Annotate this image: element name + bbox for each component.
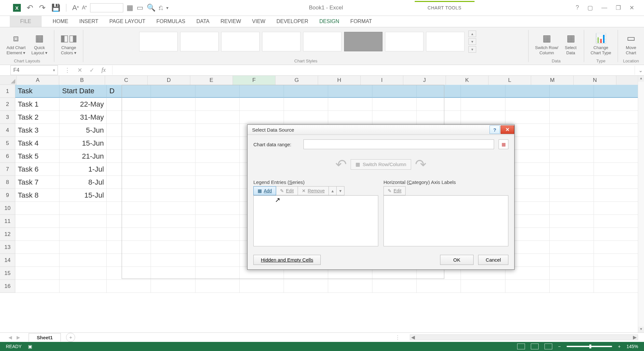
insert-tab[interactable]: INSERT <box>79 19 98 27</box>
page-layout-view-icon[interactable] <box>531 344 539 349</box>
zoom-level[interactable]: 145% <box>626 344 638 349</box>
hscroll-left-icon[interactable]: ◀ <box>410 334 416 340</box>
cell-N5[interactable] <box>594 137 638 150</box>
file-tab[interactable]: FILE <box>10 16 42 27</box>
cell-L3[interactable] <box>505 111 550 124</box>
cell-N16[interactable] <box>594 280 638 293</box>
qat-icon-1[interactable]: ▦ <box>127 4 133 11</box>
zoom-in-icon[interactable]: + <box>618 344 621 349</box>
column-header-B[interactable]: B <box>59 76 105 85</box>
chart-styles-gallery[interactable] <box>135 29 468 54</box>
cell-M12[interactable] <box>550 228 594 241</box>
cell-B7[interactable]: 1-Jul <box>60 163 107 176</box>
cell-M11[interactable] <box>550 215 594 228</box>
cell-K2[interactable] <box>461 98 505 111</box>
cell-M10[interactable] <box>550 202 594 215</box>
cell-N10[interactable] <box>594 202 638 215</box>
view-tab[interactable]: VIEW <box>252 19 265 27</box>
category-listbox[interactable] <box>383 195 508 246</box>
move-chart-button[interactable]: ▭ Move Chart <box>623 32 639 55</box>
dialog-help-button[interactable]: ? <box>490 125 500 134</box>
new-sheet-button[interactable]: ＋ <box>66 333 75 342</box>
row-header-15[interactable]: 15 <box>0 267 15 280</box>
cell-I16[interactable] <box>372 280 417 293</box>
cell-B6[interactable]: 21-Jun <box>60 150 107 163</box>
chart-style-2[interactable] <box>180 32 219 51</box>
cell-H16[interactable] <box>328 280 372 293</box>
developer-tab[interactable]: DEVELOPER <box>276 19 308 27</box>
cell-B14[interactable] <box>60 254 107 267</box>
cell-M3[interactable] <box>550 111 594 124</box>
cell-M1[interactable] <box>550 85 594 98</box>
cell-K3[interactable] <box>461 111 505 124</box>
fx-icon[interactable]: fx <box>101 67 106 74</box>
cell-A15[interactable] <box>15 267 60 280</box>
chart-style-1[interactable] <box>139 32 178 51</box>
cell-F16[interactable] <box>240 280 284 293</box>
vertical-scrollbar[interactable]: ▴ ▾ <box>638 76 644 332</box>
chart-style-7[interactable] <box>385 32 423 51</box>
row-header-13[interactable]: 13 <box>0 241 15 254</box>
formula-bar-expand-icon[interactable]: ⌄ <box>637 67 644 73</box>
cell-B5[interactable]: 15-Jun <box>60 137 107 150</box>
cell-M13[interactable] <box>550 241 594 254</box>
help-icon[interactable]: ? <box>576 4 579 11</box>
styles-scroll-down[interactable]: ▾ <box>468 38 476 45</box>
row-header-4[interactable]: 4 <box>0 124 15 137</box>
select-all-corner[interactable] <box>0 76 17 85</box>
name-box-dropdown-icon[interactable]: ▾ <box>53 68 55 72</box>
column-header-D[interactable]: D <box>148 76 190 85</box>
row-header-7[interactable]: 7 <box>0 163 15 176</box>
chart-style-3[interactable] <box>221 32 260 51</box>
column-header-F[interactable]: F <box>233 76 275 85</box>
design-tab[interactable]: DESIGN <box>319 19 339 27</box>
name-box[interactable]: F4 ▾ <box>10 65 58 75</box>
cell-N12[interactable] <box>594 228 638 241</box>
save-button[interactable]: 💾 <box>51 4 60 11</box>
cell-M2[interactable] <box>550 98 594 111</box>
cancel-button[interactable]: Cancel <box>478 255 508 265</box>
cell-D16[interactable] <box>151 280 195 293</box>
cell-A9[interactable]: Task 8 <box>15 189 60 202</box>
normal-view-icon[interactable] <box>517 344 525 349</box>
row-header-2[interactable]: 2 <box>0 98 15 111</box>
cancel-formula-icon[interactable]: ✕ <box>77 67 82 74</box>
range-picker-button[interactable]: ▦ <box>499 139 508 149</box>
cell-B10[interactable] <box>60 202 107 215</box>
cell-N15[interactable] <box>594 267 638 280</box>
cell-M4[interactable] <box>550 124 594 137</box>
page-break-view-icon[interactable] <box>544 344 552 349</box>
ribbon-display-options-icon[interactable]: ▢ <box>587 4 593 11</box>
cell-N7[interactable] <box>594 163 638 176</box>
series-add-button[interactable]: ▦Add <box>253 186 276 195</box>
cell-M9[interactable] <box>550 189 594 202</box>
row-header-5[interactable]: 5 <box>0 137 15 150</box>
cell-K1[interactable] <box>461 85 505 98</box>
formulas-tab[interactable]: FORMULAS <box>156 19 185 27</box>
sheet-nav-prev-icon[interactable]: ◀ <box>8 335 12 340</box>
row-header-1[interactable]: 1 <box>0 85 15 98</box>
chart-style-8[interactable] <box>426 32 464 51</box>
column-header-E[interactable]: E <box>190 76 233 85</box>
cell-N1[interactable] <box>594 85 638 98</box>
cell-A4[interactable]: Task 3 <box>15 124 60 137</box>
cell-B9[interactable]: 15-Jul <box>60 189 107 202</box>
cell-B15[interactable] <box>60 267 107 280</box>
row-header-12[interactable]: 12 <box>0 228 15 241</box>
undo-button[interactable]: ↶ <box>27 4 33 12</box>
styles-scroll-up[interactable]: ▴ <box>468 31 476 37</box>
cell-B12[interactable] <box>60 228 107 241</box>
change-chart-type-button[interactable]: 📊 Change Chart Type <box>589 32 613 55</box>
change-colors-button[interactable]: ◧◨ Change Colors ▾ <box>59 32 78 55</box>
cell-A10[interactable] <box>15 202 60 215</box>
row-header-8[interactable]: 8 <box>0 176 15 189</box>
grow-font-button[interactable]: A▴ <box>72 4 79 12</box>
row-header-16[interactable]: 16 <box>0 280 15 293</box>
cell-B3[interactable]: 31-May <box>60 111 107 124</box>
cell-M7[interactable] <box>550 163 594 176</box>
cell-G16[interactable] <box>284 280 328 293</box>
redo-button[interactable]: ↷ <box>39 4 46 12</box>
cell-N6[interactable] <box>594 150 638 163</box>
cell-N11[interactable] <box>594 215 638 228</box>
quick-layout-button[interactable]: ▦ Quick Layout ▾ <box>30 32 50 55</box>
